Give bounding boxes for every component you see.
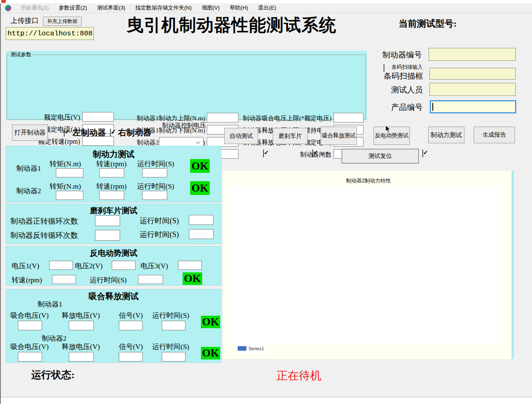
brake1-row-label: 制动器1 — [16, 164, 41, 173]
menu-item-data-folder[interactable]: 指定数据存储文件夹(N) — [130, 3, 197, 12]
pad-wear-panel: 磨刹车片测试 制动器正转循环次数 运行时间(S) 制动器反转循环次数 运行时间(… — [6, 204, 221, 244]
brake1-speed-input[interactable] — [99, 168, 124, 177]
back-emf-test-button[interactable]: 反电动势测试 — [374, 127, 410, 145]
brake-id-input[interactable] — [429, 48, 516, 61]
back-emf-panel-title: 反电动势测试 — [6, 248, 221, 259]
signal-label-2: 信号(V) — [119, 342, 143, 352]
pick-voltage-label-2: 吸合电压(V) — [10, 342, 49, 352]
runtime-label-1: 运行时间(S) — [137, 159, 174, 169]
left-brake-label: 左制动器 — [73, 127, 106, 138]
pick-voltage-input-2[interactable] — [18, 352, 42, 362]
pickup-voltage-upper-input[interactable] — [334, 113, 364, 122]
speed-label-1: 转速(rpm) — [96, 159, 127, 169]
comm-globe-icon — [5, 5, 11, 11]
pickup-voltage-upper-label: 制动器吸合电压上限(*额定电压) — [242, 115, 331, 122]
barcode-box-input[interactable] — [429, 68, 516, 80]
emf-speed-input[interactable] — [52, 275, 76, 284]
reverse-cycles-label: 制动器反转循环次数 — [10, 230, 78, 240]
voltage2-input[interactable] — [112, 261, 136, 270]
rated-voltage-input[interactable] — [82, 112, 114, 122]
forward-time-input[interactable] — [189, 215, 213, 225]
back-emf-panel: 反电动势测试 电压1(V) 电压2(V) 电压3(V) 转速(rpm) 运行时间… — [6, 246, 221, 286]
brake1-force-upper-input[interactable] — [207, 113, 238, 122]
menu-item-param-settings[interactable]: 参数设置(2) — [54, 3, 92, 12]
pr-time-label-1: 运行时间(S) — [152, 311, 189, 320]
control-voltage-dropdown[interactable] — [159, 137, 203, 147]
speed-label-2: 转速(rpm) — [96, 182, 127, 191]
release-voltage-label-1: 释放电压(V) — [62, 311, 100, 320]
tester-label: 测试人员 — [391, 85, 423, 95]
brake2-speed-input[interactable] — [99, 191, 124, 200]
emf-ok-badge: OK — [183, 272, 202, 285]
runtime-label-2: 运行时间(S) — [137, 182, 174, 191]
current-model-label: 当前测试型号: — [399, 17, 457, 30]
brake2-torque-input[interactable] — [56, 191, 83, 200]
window-border — [0, 3, 1, 404]
barcode-scan-checkbox-label: 条码扫描输入 — [391, 64, 423, 71]
reverse-time-input[interactable] — [189, 229, 213, 239]
brake1-ok-badge: OK — [190, 159, 210, 173]
right-brake-label: 右制动器 — [118, 127, 151, 138]
pick-voltage-input-1[interactable] — [18, 321, 42, 330]
upload-url-input[interactable] — [6, 27, 94, 40]
product-id-label: 产品编号 — [391, 102, 423, 113]
brake1-torque-input[interactable] — [56, 168, 83, 177]
product-id-input[interactable] — [430, 100, 516, 113]
signal-input-1[interactable] — [119, 321, 143, 330]
barcode-box-label: 条码扫描框 — [384, 71, 423, 82]
pick-release-panel: 吸合释放测试 制动器1 吸合电压(V) 释放电压(V) 信号(V) 运行时间(S… — [6, 289, 221, 363]
menu-item-exit[interactable]: 退出(E) — [253, 3, 281, 12]
chevron-down-icon — [196, 140, 201, 144]
voltage3-input[interactable] — [178, 261, 202, 270]
emf-time-input[interactable] — [138, 275, 163, 284]
right-brake-checkbox[interactable] — [110, 129, 111, 137]
test-reset-button[interactable]: 测试复位 — [341, 149, 419, 164]
run-status-label: 运行状态: — [31, 368, 75, 382]
back-emf-checkbox[interactable] — [422, 150, 423, 157]
menu-bar: 开始通讯(1) 参数设置(2) 测试界面(3) 指定数据存储文件夹(N) 视图(… — [1, 3, 532, 13]
supplement-upload-button[interactable]: 补充上传数据 — [43, 17, 82, 26]
chart-plot-area — [228, 187, 502, 344]
brake-id-label: 制动器编号 — [382, 50, 422, 60]
generate-report-button[interactable]: 生成报告 — [474, 127, 515, 143]
voltage1-input[interactable] — [49, 261, 73, 270]
voltage1-label: 电压1(V) — [12, 261, 39, 271]
page-title: 曳引机制动器性能测试系统 — [104, 14, 359, 37]
pick-release-test-button[interactable]: 吸合释放测试 — [321, 127, 357, 145]
pr-ok-badge-2: OK — [201, 347, 220, 359]
pick-voltage-label-1: 吸合电压(V) — [10, 311, 49, 320]
signal-input-2[interactable] — [119, 352, 143, 362]
pr-time-input-1[interactable] — [162, 321, 186, 330]
open-brake-button[interactable]: 打开制动器 — [12, 125, 48, 141]
release-voltage-label-2: 释放电压(V) — [62, 342, 100, 352]
status-value: 正在待机 — [276, 368, 321, 383]
voltage3-label: 电压3(V) — [141, 261, 168, 271]
pr-ok-badge-1: OK — [201, 316, 220, 328]
menu-item-help[interactable]: 帮助(H) — [225, 3, 253, 12]
menu-item-test-screen[interactable]: 测试界面(3) — [92, 3, 130, 12]
brake-gate-count-label: 制动器闸数 — [242, 151, 331, 159]
text-caret — [432, 103, 433, 111]
left-brake-checkbox[interactable] — [64, 129, 65, 137]
brake2-time-input[interactable] — [142, 191, 167, 200]
release-voltage-input-2[interactable] — [69, 352, 94, 362]
menu-item-start-comm[interactable]: 开始通讯(1) — [15, 3, 54, 12]
brake1-time-input[interactable] — [142, 168, 167, 177]
forward-cycles-label: 制动器正转循环次数 — [10, 216, 78, 226]
release-voltage-input-1[interactable] — [69, 321, 94, 330]
pad-wear-button[interactable]: 磨刹车片 — [273, 128, 308, 144]
voltage2-label: 电压2(V) — [75, 261, 103, 271]
test-params-group-title: 测试参数 — [9, 51, 33, 58]
auto-test-checkbox[interactable] — [263, 150, 264, 157]
pad-wear-checkbox[interactable] — [312, 150, 313, 157]
menu-item-view[interactable]: 视图(V) — [197, 3, 225, 12]
reverse-cycles-input[interactable] — [95, 230, 120, 241]
brake-force-test-button[interactable]: 制动力测试 — [428, 127, 464, 143]
tester-input[interactable] — [429, 83, 516, 96]
forward-cycles-input[interactable] — [95, 215, 120, 226]
chart-title: 制动器2制动力特性 — [223, 177, 514, 185]
signal-label-1: 信号(V) — [119, 311, 143, 320]
pr-time-input-2[interactable] — [162, 352, 186, 362]
auto-test-button[interactable]: 自动测试 — [224, 128, 258, 144]
chart-legend: Series1 — [235, 344, 267, 353]
